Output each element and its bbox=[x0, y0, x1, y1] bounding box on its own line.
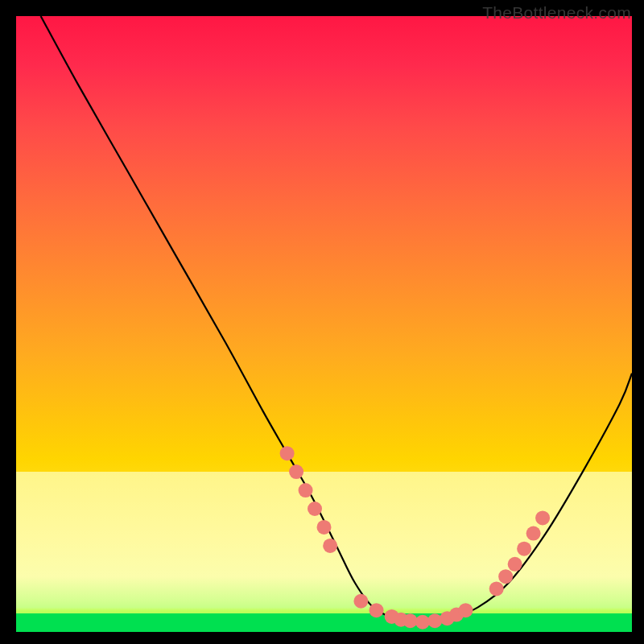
bottleneck-curve-path bbox=[41, 16, 632, 623]
watermark-text: TheBottleneck.com bbox=[482, 3, 631, 23]
curve-marker-dot bbox=[369, 603, 384, 617]
curve-marker-dot bbox=[498, 569, 513, 584]
curve-marker-dot bbox=[403, 613, 418, 628]
curve-marker-dot bbox=[299, 483, 313, 497]
curve-marker-dot bbox=[308, 502, 322, 516]
curve-marker-dot bbox=[323, 539, 337, 553]
curve-marker-dot bbox=[535, 510, 550, 525]
curve-marker-dot bbox=[427, 613, 442, 628]
curve-marker-dots bbox=[280, 446, 550, 630]
curve-marker-dot bbox=[517, 542, 531, 556]
curve-marker-dot bbox=[508, 557, 522, 572]
curve-marker-dot bbox=[317, 520, 332, 535]
bottleneck-chart-svg bbox=[16, 16, 632, 632]
curve-marker-dot bbox=[489, 581, 504, 596]
curve-marker-dot bbox=[458, 603, 473, 617]
curve-marker-dot bbox=[353, 594, 368, 609]
curve-marker-dot bbox=[415, 615, 430, 630]
curve-marker-dot bbox=[280, 446, 295, 460]
curve-marker-dot bbox=[526, 526, 541, 541]
curve-marker-dot bbox=[289, 464, 303, 479]
